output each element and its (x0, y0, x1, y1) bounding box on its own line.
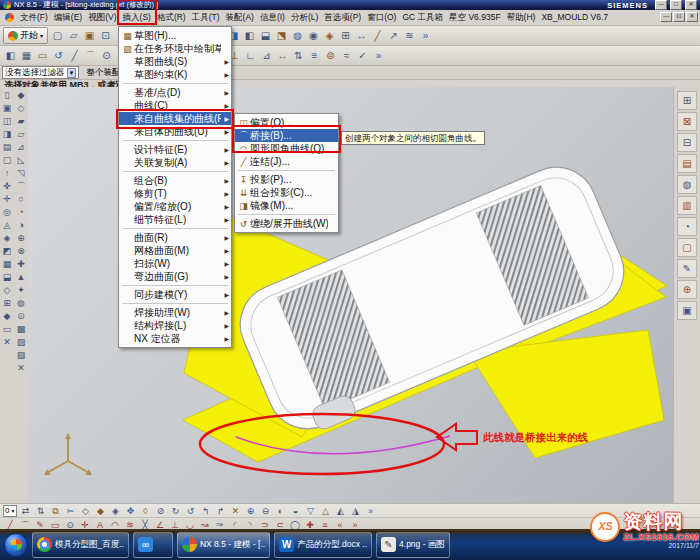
left-toolbar-c2-icon-8[interactable]: ○ (15, 193, 28, 206)
insert-menu-item-20[interactable]: 扫掠(W)▶ (119, 257, 231, 270)
bridge-submenu-item-0[interactable]: ◫偏置(O)... (235, 116, 338, 129)
feature-toolbar-icon-15[interactable]: ∟ (243, 48, 258, 63)
menubar-item-2[interactable]: 视图(V) (85, 11, 119, 25)
feature-toolbar-icon-3[interactable]: ↺ (51, 48, 66, 63)
insert-menu-item-11[interactable]: 关联复制(A)▶ (119, 156, 231, 169)
left-toolbar-c2-icon-16[interactable]: ◍ (15, 297, 28, 310)
snap-toolbar-icon-19[interactable]: ▽ (303, 505, 317, 517)
left-toolbar-c1-icon-14[interactable]: ⬓ (1, 271, 14, 284)
standard-toolbar-icon-22[interactable]: ≋ (402, 28, 417, 43)
menubar-item-3[interactable]: 插入(S) (120, 11, 154, 25)
left-toolbar-c1-icon-18[interactable]: ▭ (1, 323, 14, 336)
standard-toolbar-icon-16[interactable]: ◉ (306, 28, 321, 43)
standard-toolbar-icon-23[interactable]: » (418, 28, 433, 43)
left-toolbar-c2-icon-6[interactable]: ◹ (15, 167, 28, 180)
feature-toolbar-icon-20[interactable]: ⊜ (323, 48, 338, 63)
snap-toolbar-icon-10[interactable]: ↻ (168, 505, 182, 517)
left-toolbar-c2-icon-18[interactable]: ▩ (15, 323, 28, 336)
insert-menu-item-1[interactable]: ▧在任务环境中绘制草图(V)... (119, 42, 231, 55)
standard-toolbar-icon-19[interactable]: ↔ (354, 28, 369, 43)
standard-toolbar-icon-12[interactable]: ◧ (242, 28, 257, 43)
left-toolbar-c2-icon-0[interactable]: ◆ (15, 89, 28, 102)
feature-toolbar-icon-21[interactable]: ≈ (339, 48, 354, 63)
resource-bar-icon-3[interactable]: ▤ (677, 154, 697, 173)
standard-toolbar-icon-1[interactable]: ▱ (66, 28, 81, 43)
insert-menu-item-2[interactable]: 草图曲线(S)▶ (119, 55, 231, 68)
feature-toolbar-icon-6[interactable]: ⊙ (99, 48, 114, 63)
mdi-close-icon[interactable]: ✕ (686, 12, 698, 22)
mdi-restore-icon[interactable]: ⊡ (673, 12, 685, 22)
standard-toolbar-icon-15[interactable]: ◍ (290, 28, 305, 43)
feature-toolbar-icon-2[interactable]: ▭ (35, 48, 50, 63)
feature-toolbar-icon-18[interactable]: ⇅ (291, 48, 306, 63)
left-toolbar-c2-icon-17[interactable]: ⊙ (15, 310, 28, 323)
snap-toolbar-icon-5[interactable]: ◆ (93, 505, 107, 517)
insert-menu-item-23[interactable]: 同步建模(Y)▶ (119, 288, 231, 301)
snap-toolbar-icon-6[interactable]: ◈ (108, 505, 122, 517)
left-toolbar-c2-icon-15[interactable]: ✦ (15, 284, 28, 297)
menubar-item-4[interactable]: 格式(R) (154, 11, 189, 25)
resource-bar-icon-6[interactable]: ◔ (677, 217, 697, 236)
left-toolbar-c1-icon-19[interactable]: ✕ (1, 336, 14, 349)
bridge-submenu-item-3[interactable]: ╱连结(J)... (235, 155, 338, 168)
snap-toolbar-icon-9[interactable]: ⊘ (153, 505, 167, 517)
standard-toolbar-icon-3[interactable]: ⊡ (98, 28, 113, 43)
snap-toolbar-icon-17[interactable]: ◐ (273, 505, 287, 517)
snap-toolbar-icon-4[interactable]: ◇ (78, 505, 92, 517)
left-toolbar-c1-icon-3[interactable]: ◨ (1, 128, 14, 141)
insert-menu-item-5[interactable]: 基准/点(D)▶ (119, 86, 231, 99)
taskbar-button-nx-app[interactable]: NX 8.5 - 建模 - [.. (177, 532, 270, 558)
insert-menu-item-0[interactable]: ▦草图(H)... (119, 29, 231, 42)
left-toolbar-c1-icon-11[interactable]: ◈ (1, 232, 14, 245)
menubar-item-13[interactable]: 帮助(H) (504, 11, 539, 25)
feature-toolbar-icon-4[interactable]: ╱ (67, 48, 82, 63)
left-toolbar-c1-icon-17[interactable]: ◆ (1, 310, 14, 323)
layer-dropdown[interactable]: 0 ▼ (3, 505, 17, 517)
feature-toolbar-icon-16[interactable]: ⊿ (259, 48, 274, 63)
left-toolbar-c2-icon-4[interactable]: ⊿ (15, 141, 28, 154)
mdi-minimize-icon[interactable]: — (660, 12, 672, 22)
insert-menu-item-21[interactable]: 弯边曲面(G)▶ (119, 270, 231, 283)
resource-bar-icon-0[interactable]: ⊞ (677, 91, 697, 110)
standard-toolbar-icon-21[interactable]: ↗ (386, 28, 401, 43)
left-toolbar-c2-icon-11[interactable]: ⊕ (15, 232, 28, 245)
standard-toolbar-icon-14[interactable]: ⬔ (274, 28, 289, 43)
insert-menu-item-16[interactable]: 细节特征(L)▶ (119, 213, 231, 226)
snap-toolbar-icon-12[interactable]: ↰ (198, 505, 212, 517)
snap-toolbar-icon-23[interactable]: » (363, 505, 377, 517)
bridge-submenu-item-1[interactable]: ⌒桥接(B)... (235, 129, 338, 142)
bridge-submenu-item-2[interactable]: ◠圆形圆角曲线(Q)... (235, 142, 338, 155)
menubar-item-6[interactable]: 装配(A) (223, 11, 257, 25)
left-toolbar-c1-icon-16[interactable]: ⊞ (1, 297, 14, 310)
snap-toolbar-icon-15[interactable]: ⊕ (243, 505, 257, 517)
snap-toolbar-icon-3[interactable]: ✂ (63, 505, 77, 517)
insert-menu-item-3[interactable]: 草图约束(K)▶ (119, 68, 231, 81)
snap-toolbar-icon-21[interactable]: ◭ (333, 505, 347, 517)
left-toolbar-c2-icon-12[interactable]: ⊗ (15, 245, 28, 258)
resource-bar-icon-2[interactable]: ⊟ (677, 133, 697, 152)
left-toolbar-c1-icon-1[interactable]: ▣ (1, 102, 14, 115)
insert-menu-item-6[interactable]: 曲线(C)▶ (119, 99, 231, 112)
close-icon[interactable]: ✕ (685, 0, 697, 10)
insert-menu-item-26[interactable]: 结构焊接(L)▶ (119, 319, 231, 332)
taskbar-button-wps-doc[interactable]: W产品的分型.docx .. (274, 532, 372, 558)
insert-menu-item-14[interactable]: 修剪(T)▶ (119, 187, 231, 200)
taskbar-button-chrome-tab[interactable]: 模具分型图_百度.. (32, 532, 129, 558)
standard-toolbar-icon-2[interactable]: ▣ (82, 28, 97, 43)
left-toolbar-c2-icon-2[interactable]: ▰ (15, 115, 28, 128)
left-toolbar-c2-icon-21[interactable]: ✕ (15, 362, 28, 375)
menubar-item-5[interactable]: 工具(T) (189, 11, 223, 25)
left-toolbar-c1-icon-12[interactable]: ◩ (1, 245, 14, 258)
left-toolbar-c1-icon-0[interactable]: ▯ (1, 89, 14, 102)
standard-toolbar-icon-18[interactable]: ⊞ (338, 28, 353, 43)
left-toolbar-c2-icon-20[interactable]: ▧ (15, 349, 28, 362)
insert-menu-item-27[interactable]: NX 定位器▶ (119, 332, 231, 345)
insert-menu-item-10[interactable]: 设计特征(E)▶ (119, 143, 231, 156)
feature-toolbar-icon-5[interactable]: ⌒ (83, 48, 98, 63)
resource-bar-icon-5[interactable]: ▥ (677, 196, 697, 215)
left-toolbar-c2-icon-14[interactable]: ▲ (15, 271, 28, 284)
snap-toolbar-icon-0[interactable]: ⇄ (18, 505, 32, 517)
left-toolbar-c1-icon-13[interactable]: ▦ (1, 258, 14, 271)
standard-toolbar-icon-13[interactable]: ⬓ (258, 28, 273, 43)
snap-toolbar-icon-11[interactable]: ↺ (183, 505, 197, 517)
